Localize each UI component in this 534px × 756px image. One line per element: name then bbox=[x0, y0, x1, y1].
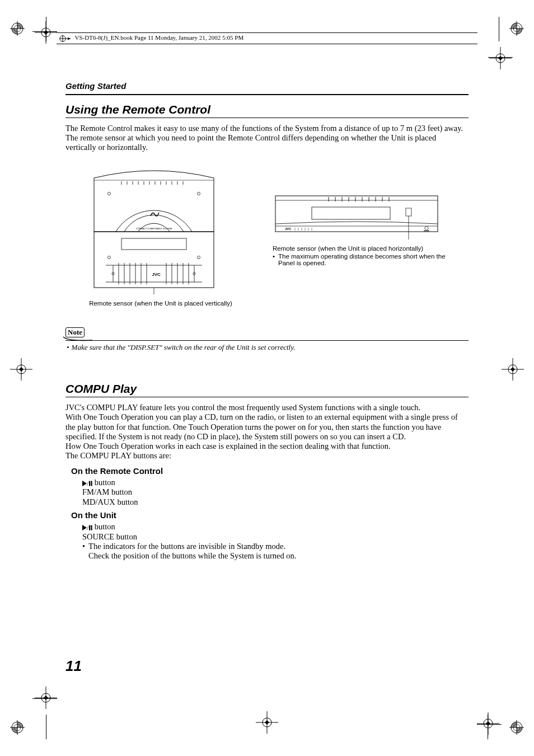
list-item: SOURCE button bbox=[82, 532, 469, 542]
page-number: 11 bbox=[65, 658, 82, 675]
list-item: MD/AUX button bbox=[82, 497, 469, 507]
note-item: •Make sure that the "DISP.SET" switch on… bbox=[65, 343, 469, 352]
slug-text: VS-DT6-8(J)_EN.book Page 11 Monday, Janu… bbox=[75, 34, 244, 41]
list-item-text: button bbox=[92, 478, 115, 487]
svg-rect-100 bbox=[406, 208, 411, 216]
figure-horizontal-unit: JVC Remote sensor (when the Unit is plac… bbox=[273, 191, 457, 266]
svg-marker-47 bbox=[68, 37, 71, 40]
divider bbox=[65, 94, 469, 95]
crop-line bbox=[32, 698, 57, 699]
svg-marker-39 bbox=[486, 721, 490, 726]
crosshair-icon bbox=[10, 358, 32, 381]
registration-mark-icon bbox=[509, 21, 524, 36]
svg-point-66 bbox=[107, 256, 110, 259]
list-item: FM/AM button bbox=[82, 487, 469, 497]
paragraph: The COMPU PLAY buttons are: bbox=[65, 451, 469, 461]
crosshair-icon bbox=[256, 711, 278, 734]
svg-marker-27 bbox=[19, 367, 24, 372]
subhead-unit: On the Unit bbox=[71, 510, 469, 520]
figure-illustration: COMPACT COMPONENT SYSTEM bbox=[82, 160, 250, 297]
crop-line bbox=[32, 31, 57, 32]
figure-note-text: The maximum operating distance becomes s… bbox=[278, 253, 457, 266]
paragraph: The Remote Control makes it easy to use … bbox=[65, 124, 469, 152]
svg-rect-64 bbox=[94, 232, 214, 288]
paragraph: How One Touch Operation works in each ca… bbox=[65, 442, 469, 451]
svg-rect-65 bbox=[121, 238, 186, 250]
list-item-text: button bbox=[92, 522, 115, 531]
svg-point-62 bbox=[197, 192, 200, 195]
unit-button-list: / button SOURCE button bbox=[82, 522, 469, 542]
crop-line bbox=[46, 17, 46, 41]
svg-text:JVC: JVC bbox=[152, 272, 161, 277]
svg-text:/: / bbox=[87, 481, 89, 486]
unit-bullet: • The indicators for the buttons are inv… bbox=[82, 542, 469, 561]
crosshair-icon bbox=[502, 358, 524, 381]
svg-rect-99 bbox=[312, 207, 390, 219]
svg-rect-110 bbox=[424, 231, 429, 231]
figure-row: COMPACT COMPONENT SYSTEM bbox=[65, 160, 469, 307]
list-item: / button bbox=[82, 478, 469, 487]
svg-point-109 bbox=[425, 227, 428, 230]
crop-line bbox=[488, 715, 488, 739]
svg-point-61 bbox=[107, 192, 110, 195]
play-pause-icon: / bbox=[82, 522, 92, 531]
note-stroke-icon bbox=[62, 336, 92, 342]
svg-point-67 bbox=[197, 256, 200, 259]
svg-text:/: / bbox=[87, 525, 89, 530]
page-content: Getting Started Using the Remote Control… bbox=[65, 81, 469, 561]
svg-rect-87 bbox=[275, 196, 438, 232]
remote-button-list: / button FM/AM button MD/AUX button bbox=[82, 478, 469, 507]
svg-marker-112 bbox=[82, 481, 87, 486]
crosshair-icon bbox=[489, 47, 512, 69]
note-label: Note bbox=[65, 327, 469, 340]
registration-mark-icon bbox=[509, 720, 524, 735]
svg-rect-118 bbox=[89, 525, 90, 530]
crop-line bbox=[499, 17, 499, 41]
svg-text:COMPACT COMPONENT SYSTEM: COMPACT COMPONENT SYSTEM bbox=[136, 227, 172, 230]
svg-text:JVC: JVC bbox=[285, 227, 292, 231]
paragraph: With One Touch Operation you can play a … bbox=[65, 412, 469, 441]
svg-rect-114 bbox=[89, 481, 90, 486]
divider bbox=[65, 118, 469, 118]
figure-caption: Remote sensor (when the Unit is placed v… bbox=[71, 300, 250, 307]
section-title-remote: Using the Remote Control bbox=[65, 103, 469, 116]
crop-line bbox=[488, 57, 513, 58]
paragraph: JVC's COMPU PLAY feature lets you contro… bbox=[65, 403, 469, 412]
figure-caption: Remote sensor (when the Unit is placed h… bbox=[273, 245, 457, 252]
subhead-remote: On the Remote Control bbox=[71, 466, 469, 476]
figure-illustration: JVC bbox=[273, 191, 457, 242]
crosshair-icon bbox=[35, 687, 57, 709]
svg-marker-31 bbox=[510, 367, 515, 372]
crop-line bbox=[477, 724, 502, 725]
svg-marker-35 bbox=[44, 696, 48, 700]
list-item: / button bbox=[82, 522, 469, 532]
play-pause-icon: / bbox=[82, 478, 92, 487]
bullet-line: Check the position of the buttons while … bbox=[88, 551, 296, 561]
registration-mark-icon bbox=[10, 21, 25, 36]
divider bbox=[65, 340, 469, 341]
note-block: Note •Make sure that the "DISP.SET" swit… bbox=[65, 327, 469, 352]
running-head: Getting Started bbox=[65, 81, 469, 91]
crop-line bbox=[46, 715, 46, 739]
divider bbox=[65, 397, 469, 397]
slug-line: VS-DT6-8(J)_EN.book Page 11 Monday, Janu… bbox=[57, 32, 477, 44]
bullet-line: The indicators for the buttons are invis… bbox=[88, 542, 296, 551]
svg-marker-116 bbox=[82, 525, 87, 530]
note-text: Make sure that the "DISP.SET" switch on … bbox=[72, 343, 296, 351]
figure-note: • The maximum operating distance becomes… bbox=[273, 253, 457, 266]
registration-mark-icon bbox=[10, 720, 25, 735]
slug-arrow-icon bbox=[57, 34, 73, 42]
crosshair-icon bbox=[477, 712, 499, 735]
section-title-compu-play: COMPU Play bbox=[65, 382, 469, 396]
svg-marker-43 bbox=[265, 720, 269, 725]
figure-vertical-unit: COMPACT COMPONENT SYSTEM bbox=[82, 160, 250, 307]
